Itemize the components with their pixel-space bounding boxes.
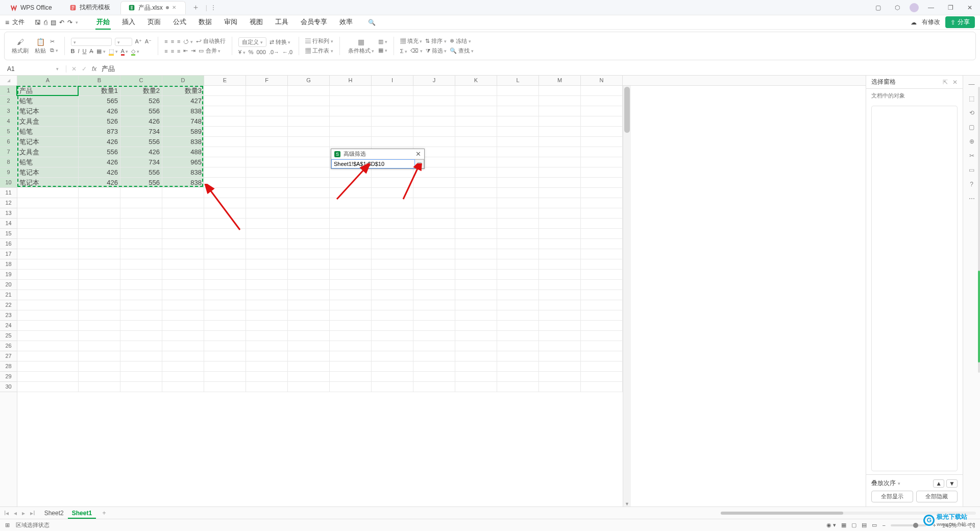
cell[interactable]: 526 — [120, 96, 162, 106]
column-header[interactable]: G — [288, 76, 330, 85]
cell[interactable] — [288, 310, 330, 320]
cell[interactable] — [120, 280, 162, 289]
view-page-icon[interactable]: ▤ — [862, 522, 867, 528]
cube-icon[interactable]: ⬡ — [890, 4, 904, 11]
row-header[interactable]: 6 — [0, 137, 17, 147]
cell[interactable]: 838 — [162, 178, 204, 187]
cell[interactable] — [330, 127, 372, 136]
cell[interactable] — [455, 321, 497, 330]
cell[interactable] — [120, 331, 162, 341]
cell[interactable] — [539, 229, 581, 238]
ribbon-tab-3[interactable]: 公式 — [172, 15, 187, 30]
indent-inc-icon[interactable]: ⇥ — [191, 47, 195, 54]
column-header[interactable]: M — [539, 76, 581, 85]
underline-icon[interactable]: U — [83, 48, 87, 54]
cell[interactable]: 产品 — [17, 86, 79, 95]
border-icon[interactable]: ▦ — [96, 48, 106, 55]
column-header[interactable]: I — [372, 76, 413, 85]
add-sheet-icon[interactable]: ＋ — [101, 509, 107, 517]
window-close[interactable]: ✕ — [963, 4, 977, 11]
pin-icon[interactable]: ⇱ — [943, 79, 948, 86]
bring-forward-icon[interactable]: ▲ — [933, 479, 944, 488]
cell[interactable] — [17, 361, 79, 371]
cell[interactable] — [372, 127, 413, 136]
cell[interactable] — [288, 198, 330, 208]
stack-order-dropdown-icon[interactable]: ▾ — [898, 481, 900, 486]
cell[interactable] — [581, 157, 623, 167]
cell[interactable] — [581, 229, 623, 238]
cell[interactable] — [539, 249, 581, 259]
row-header[interactable]: 30 — [0, 382, 17, 392]
cell[interactable] — [455, 331, 497, 341]
cell[interactable]: 数量3 — [162, 86, 204, 95]
collapse-toolstrip-icon[interactable]: — — [969, 81, 975, 88]
highlight-icon[interactable]: ◇ — [131, 48, 139, 55]
cloud-sync-icon[interactable]: ☁ — [911, 19, 917, 26]
cell[interactable] — [581, 198, 623, 208]
cell[interactable] — [539, 351, 581, 361]
cell[interactable] — [330, 198, 372, 208]
filter-button[interactable]: ⧩ 筛选 — [426, 47, 447, 55]
cell[interactable] — [330, 96, 372, 106]
cell[interactable] — [497, 106, 539, 116]
cell[interactable] — [246, 372, 288, 381]
cell[interactable] — [372, 321, 413, 330]
cell[interactable] — [79, 290, 120, 300]
cell[interactable] — [288, 259, 330, 269]
link-tool-icon[interactable]: ⊕ — [969, 138, 974, 145]
tab-add-icon[interactable]: ＋ — [189, 3, 203, 12]
font-select[interactable] — [71, 38, 112, 46]
cell[interactable] — [372, 188, 413, 198]
cell[interactable]: 426 — [120, 147, 162, 157]
ribbon-tab-6[interactable]: 视图 — [249, 15, 264, 30]
cell[interactable] — [539, 106, 581, 116]
strikethrough-icon[interactable]: A̶ — [89, 48, 93, 55]
cell[interactable] — [455, 270, 497, 279]
cell[interactable] — [79, 198, 120, 208]
cell[interactable]: 426 — [79, 167, 120, 177]
row-header[interactable]: 4 — [0, 116, 17, 127]
column-header[interactable]: J — [413, 76, 455, 85]
cell[interactable]: 734 — [120, 127, 162, 136]
cell[interactable] — [204, 137, 246, 147]
cell[interactable] — [330, 341, 372, 351]
cell[interactable] — [288, 249, 330, 259]
dialog-close-icon[interactable]: ✕ — [415, 150, 421, 158]
cell[interactable] — [17, 372, 79, 381]
cell[interactable] — [497, 127, 539, 136]
cell[interactable] — [330, 321, 372, 330]
cell[interactable] — [162, 219, 204, 228]
cell[interactable] — [120, 300, 162, 310]
cell[interactable] — [372, 106, 413, 116]
cell[interactable] — [79, 361, 120, 371]
cell[interactable] — [246, 137, 288, 147]
ribbon-tab-7[interactable]: 工具 — [274, 15, 289, 30]
cell[interactable] — [288, 280, 330, 289]
cell[interactable] — [581, 270, 623, 279]
cell[interactable] — [162, 239, 204, 249]
cell[interactable] — [581, 382, 623, 392]
align-bottom-icon[interactable]: ≡ — [177, 38, 180, 44]
cell[interactable] — [581, 106, 623, 116]
cell[interactable] — [204, 382, 246, 392]
cell[interactable] — [497, 321, 539, 330]
cell[interactable] — [162, 382, 204, 392]
cell[interactable]: 838 — [162, 137, 204, 147]
cell[interactable] — [246, 331, 288, 341]
cell[interactable] — [79, 219, 120, 228]
cell[interactable] — [455, 147, 497, 157]
cell[interactable] — [455, 259, 497, 269]
cell[interactable] — [246, 198, 288, 208]
clipboard-tool-icon[interactable]: ▭ — [969, 166, 974, 174]
cell[interactable]: 427 — [162, 96, 204, 106]
column-header[interactable]: F — [246, 76, 288, 85]
font-size-select[interactable] — [115, 38, 132, 46]
cell[interactable] — [330, 239, 372, 249]
ribbon-tab-5[interactable]: 审阅 — [223, 15, 238, 30]
cell[interactable] — [120, 382, 162, 392]
cell[interactable] — [372, 270, 413, 279]
range-picker-icon[interactable]: ▣ — [415, 159, 424, 168]
cell[interactable] — [539, 341, 581, 351]
row-header[interactable]: 11 — [0, 188, 17, 198]
window-minimize[interactable]: — — [924, 4, 938, 11]
